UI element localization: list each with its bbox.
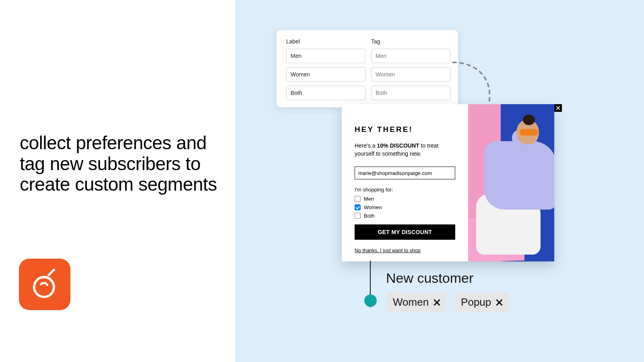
option-women[interactable]: Women: [355, 204, 455, 210]
canvas: collect preferences and tag new subscrib…: [0, 0, 644, 362]
flow-chips: Women Popup: [387, 293, 509, 312]
chip-popup-label: Popup: [461, 296, 491, 309]
person-illustration: [472, 115, 554, 260]
label-column: Label: [286, 38, 365, 104]
tag-input-0[interactable]: [371, 49, 450, 63]
popup-title: HEY THERE!: [355, 125, 455, 134]
email-field[interactable]: [355, 167, 455, 179]
checkbox-men[interactable]: [355, 196, 361, 202]
brand-logo: [19, 259, 70, 310]
option-men-label: Men: [364, 196, 374, 202]
dismiss-link[interactable]: No thanks, I just want to shop: [355, 248, 421, 253]
checkbox-both[interactable]: [355, 213, 361, 219]
popup-content: HEY THERE! Here's a 10% DISCOUNT to trea…: [342, 104, 468, 261]
labeltag-card: Label Tag: [277, 30, 458, 107]
tag-column: Tag: [371, 38, 450, 104]
chip-women[interactable]: Women: [387, 293, 446, 312]
chip-women-remove-icon[interactable]: [433, 298, 441, 306]
close-button[interactable]: [554, 104, 562, 112]
chip-popup-remove-icon[interactable]: [495, 298, 503, 306]
popup-sub-pre: Here's a: [355, 142, 377, 149]
chip-women-label: Women: [393, 296, 429, 309]
get-discount-button[interactable]: GET MY DISCOUNT: [355, 224, 455, 240]
option-women-label: Women: [364, 204, 382, 210]
unicorn-icon: [28, 268, 61, 301]
option-men[interactable]: Men: [355, 196, 455, 202]
chip-popup[interactable]: Popup: [455, 293, 509, 312]
popup-image: [468, 104, 554, 261]
popup-sub-bold: 10% DISCOUNT: [377, 142, 419, 149]
headline-text: collect preferences and tag new subscrib…: [20, 133, 229, 195]
tag-input-2[interactable]: [371, 86, 450, 100]
popup-subtitle: Here's a 10% DISCOUNT to treat yourself …: [355, 142, 455, 158]
flow-node-dot: [364, 294, 377, 307]
tag-column-header: Tag: [371, 38, 450, 45]
option-both[interactable]: Both: [355, 213, 455, 219]
option-both-label: Both: [364, 213, 375, 219]
close-icon: [556, 106, 560, 110]
label-column-header: Label: [286, 38, 365, 45]
signup-popup: HEY THERE! Here's a 10% DISCOUNT to trea…: [342, 104, 554, 261]
shopping-for-label: I'm shopping for:: [355, 187, 455, 193]
flow-title: New customer: [386, 270, 473, 286]
tag-input-1[interactable]: [371, 67, 450, 82]
label-input-0[interactable]: [286, 49, 365, 63]
label-input-2[interactable]: [286, 86, 365, 100]
label-input-1[interactable]: [286, 67, 365, 82]
checkbox-women[interactable]: [355, 204, 361, 210]
